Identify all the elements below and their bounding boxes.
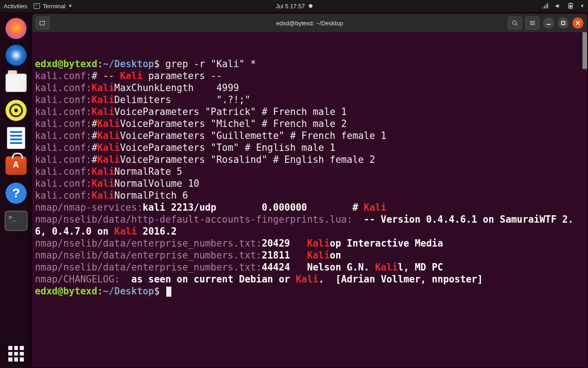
terminal-icon [34, 3, 40, 9]
close-button[interactable] [572, 17, 583, 29]
shopping-bag-icon [6, 156, 27, 175]
output-line: kali.conf:KaliNormalVolume 10 [35, 178, 584, 190]
svg-rect-5 [562, 22, 565, 25]
output-line: kali.conf:KaliNormalPitch 6 [35, 190, 584, 201]
output-line: kali.conf:KaliNormalRate 5 [35, 166, 584, 178]
search-button[interactable] [508, 17, 522, 29]
help-icon: ? [6, 183, 27, 204]
notification-dot-icon [309, 4, 312, 8]
terminal-icon [5, 211, 27, 230]
maximize-button[interactable] [558, 17, 569, 29]
output-line: nmap/nselib/data/enterprise_numbers.txt:… [35, 237, 584, 249]
search-icon [512, 20, 518, 26]
system-tray[interactable]: ▼ [542, 3, 584, 9]
output-line: nmap/nselib/data/http-default-accounts-f… [35, 213, 584, 237]
output-line: kali.conf:KaliVoiceParameters "Patrick" … [35, 106, 584, 118]
svg-point-4 [513, 21, 516, 24]
firefox-icon [6, 18, 27, 39]
network-icon [542, 3, 548, 9]
output-line: kali.conf:#KaliVoiceParameters "Guilleme… [35, 130, 584, 142]
dock-rhythmbox[interactable] [4, 98, 28, 122]
prompt-line: edxd@bytexd:~/Desktop$ [35, 285, 584, 297]
dock-files[interactable] [4, 71, 28, 95]
datetime-label: Jul 5 17:57 [276, 3, 305, 10]
maximize-icon [561, 21, 565, 25]
scrollbar[interactable] [582, 32, 587, 69]
prompt-line: edxd@bytexd:~/Desktop$ grep -r "Kali" * [35, 58, 584, 70]
output-line: nmap/nmap-services:kali 2213/udp 0.00000… [35, 201, 584, 213]
minimize-icon [546, 21, 551, 25]
new-tab-icon [40, 20, 46, 26]
output-line: nmap/nselib/data/enterprise_numbers.txt:… [35, 261, 584, 273]
hamburger-menu-button[interactable] [526, 17, 539, 29]
clock[interactable]: Jul 5 17:57 [276, 3, 312, 10]
output-line: kali.conf:# -- Kali parameters -- [35, 70, 584, 82]
chevron-down-icon: ▼ [580, 4, 584, 8]
output-line: kali.conf:KaliDelimiters ".?!;" [35, 94, 584, 106]
speaker-icon [6, 100, 27, 121]
chevron-down-icon: ▼ [68, 4, 72, 8]
output-line: kali.conf:#KaliVoiceParameters "Michel" … [35, 118, 584, 130]
new-tab-button[interactable] [36, 17, 50, 29]
app-menu[interactable]: Terminal ▼ [34, 3, 72, 10]
output-line: nmap/CHANGELOG: as seen on current Debia… [35, 273, 584, 285]
terminal-output: edxd@bytexd:~/Desktop$ grep -r "Kali" *k… [35, 58, 584, 297]
volume-icon [554, 3, 561, 9]
app-menu-label: Terminal [43, 3, 65, 10]
titlebar[interactable]: edxd@bytexd: ~/Desktop [32, 14, 587, 32]
cursor [166, 287, 171, 297]
dock-firefox[interactable] [4, 16, 28, 40]
dock-thunderbird[interactable] [4, 43, 28, 67]
dock-writer[interactable] [4, 126, 28, 150]
close-icon [576, 21, 580, 25]
terminal-window: edxd@bytexd: ~/Desktop edxd@bytexd:~/Des… [32, 14, 587, 367]
dock: ? [0, 12, 32, 368]
svg-rect-2 [569, 5, 571, 7]
dock-software[interactable] [4, 154, 28, 178]
dock-terminal[interactable] [4, 209, 28, 233]
output-line: kali.conf:#KaliVoiceParameters "Rosalind… [35, 154, 584, 166]
output-line: nmap/nselib/data/enterprise_numbers.txt:… [35, 249, 584, 261]
show-applications-button[interactable] [8, 346, 24, 362]
thunderbird-icon [6, 45, 27, 66]
gnome-topbar: Activities Terminal ▼ Jul 5 17:57 ▼ [0, 0, 588, 12]
hamburger-icon [529, 20, 536, 26]
window-title: edxd@bytexd: ~/Desktop [276, 20, 343, 27]
folder-icon [6, 74, 27, 92]
document-icon [7, 127, 25, 149]
svg-rect-3 [40, 22, 45, 25]
output-line: kali.conf:KaliMaxChunkLength 4999 [35, 82, 584, 94]
activities-button[interactable]: Activities [4, 3, 27, 10]
dock-help[interactable]: ? [4, 181, 28, 205]
battery-icon [567, 3, 574, 9]
svg-rect-1 [570, 3, 571, 4]
output-line: kali.conf:#KaliVoiceParameters "Tom" # E… [35, 142, 584, 154]
terminal-body[interactable]: edxd@bytexd:~/Desktop$ grep -r "Kali" *k… [32, 32, 587, 367]
minimize-button[interactable] [543, 17, 554, 29]
